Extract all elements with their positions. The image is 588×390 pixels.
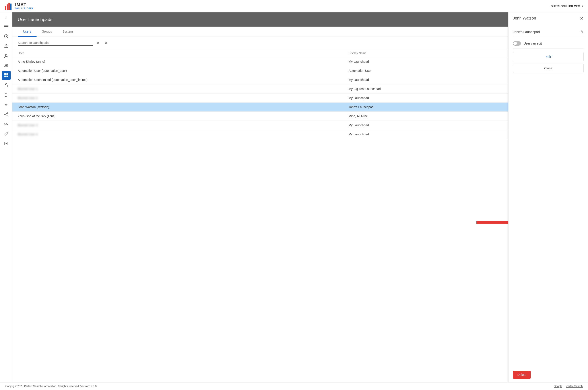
tab-groups[interactable]: Groups xyxy=(37,27,57,37)
search-input[interactable] xyxy=(18,40,93,46)
cell-user: Blurred User 1 xyxy=(12,84,343,94)
svg-rect-1 xyxy=(7,4,8,10)
sidebar-item-tasks[interactable] xyxy=(2,139,11,148)
cell-user: Blurred User 4 xyxy=(12,130,343,139)
table-row[interactable]: Anne Shirley (anne)My Launchpad xyxy=(12,57,588,66)
cell-display-name: My Launchpad xyxy=(343,57,519,66)
user-name: SHERLOCK HOLMES xyxy=(551,4,580,8)
code-icon: <> xyxy=(4,103,8,106)
sidebar-item-keys[interactable] xyxy=(2,120,11,129)
user-icon xyxy=(4,54,8,58)
cell-user: Automation User (automation_user) xyxy=(12,66,343,75)
svg-point-20 xyxy=(4,114,5,115)
sidebar: › {} <> xyxy=(0,12,12,382)
logo-area: IMAT SOLUTIONS xyxy=(4,2,33,11)
chevron-down-icon: ▼ xyxy=(581,5,584,7)
svg-rect-6 xyxy=(4,28,8,28)
clock-icon xyxy=(4,34,8,39)
toggle-row: User can edit xyxy=(513,39,584,49)
table-row[interactable]: John Watson (jwatson)John's Launchpad xyxy=(12,102,588,112)
sidebar-item-config[interactable]: {} xyxy=(2,90,11,99)
table-row[interactable]: Blurred User 1My Big Test Launchpad✓ xyxy=(12,84,588,94)
table-row[interactable]: Zeus God of the Sky (zeus)Mine, All Mine… xyxy=(12,112,588,121)
panel-title: John Watson xyxy=(513,16,536,21)
table-row[interactable]: Blurred User 3My Launchpad✓ xyxy=(12,121,588,130)
svg-point-24 xyxy=(5,123,6,125)
search-bar: ✕ ↺ xyxy=(12,37,588,49)
user-menu[interactable]: SHERLOCK HOLMES ▼ xyxy=(551,4,584,8)
footer-copyright: Copyright 2025 Perfect Search Corporatio… xyxy=(5,385,97,388)
share-icon xyxy=(4,112,8,117)
svg-rect-14 xyxy=(4,73,6,75)
cell-display-name: My Launchpad xyxy=(343,121,519,130)
panel-body: John's Launchpad ✎ User can edit Edit Cl… xyxy=(508,24,588,367)
cell-user: Anne Shirley (anne) xyxy=(12,57,343,66)
panel-edit-button[interactable]: Edit xyxy=(513,52,584,61)
search-clear-button[interactable]: ✕ xyxy=(96,40,100,46)
cell-user: Blurred User 2 xyxy=(12,94,343,102)
svg-line-23 xyxy=(5,115,7,115)
panel-clone-button[interactable]: Clone xyxy=(513,64,584,73)
panel-header: John Watson ✕ xyxy=(508,12,588,24)
svg-point-13 xyxy=(6,64,7,66)
svg-point-12 xyxy=(5,64,6,66)
svg-point-11 xyxy=(5,54,7,56)
tasks-icon xyxy=(4,141,8,146)
panel-delete-button[interactable]: Delete xyxy=(513,371,531,379)
sidebar-item-groups[interactable] xyxy=(2,61,11,70)
footer-link-google[interactable]: Google xyxy=(554,385,562,388)
top-header: IMAT SOLUTIONS SHERLOCK HOLMES ▼ xyxy=(0,0,588,12)
sidebar-item-launchpads[interactable] xyxy=(2,71,11,80)
svg-rect-16 xyxy=(4,76,6,77)
tabs-bar: Users Groups System xyxy=(12,27,588,37)
cell-user: John Watson (jwatson) xyxy=(12,102,343,112)
sidebar-item-tools[interactable] xyxy=(2,129,11,138)
svg-rect-2 xyxy=(8,3,10,10)
toggle-label: User can edit xyxy=(524,42,542,45)
column-display-name: Display Name xyxy=(343,49,519,57)
wrench-icon xyxy=(4,132,8,136)
table-row[interactable]: Blurred User 2My Launchpad✓ xyxy=(12,94,588,102)
sidebar-item-user[interactable] xyxy=(2,51,11,60)
groups-icon xyxy=(4,63,8,68)
cell-display-name: My Launchpad xyxy=(343,75,519,84)
footer-link-perfectsearch[interactable]: PerfectSearch xyxy=(566,385,583,388)
panel-edit-name-button[interactable]: ✎ xyxy=(581,30,584,34)
tab-users[interactable]: Users xyxy=(18,27,37,37)
sidebar-item-code[interactable]: <> xyxy=(2,100,11,109)
sidebar-item-history[interactable] xyxy=(2,32,11,41)
sidebar-item-security[interactable] xyxy=(2,81,11,90)
cell-display-name: Automation User xyxy=(343,66,519,75)
table-row[interactable]: Automation User (automation_user)Automat… xyxy=(12,66,588,75)
footer: Copyright 2025 Perfect Search Corporatio… xyxy=(0,382,588,390)
search-refresh-button[interactable]: ↺ xyxy=(104,40,109,46)
search-input-wrap xyxy=(18,40,93,46)
logo-imat: IMAT xyxy=(15,2,33,7)
svg-rect-3 xyxy=(10,3,11,10)
panel-close-button[interactable]: ✕ xyxy=(580,16,584,21)
svg-rect-17 xyxy=(6,76,8,77)
svg-point-21 xyxy=(7,115,8,116)
table-row[interactable]: Automation UserLimited (automation_user_… xyxy=(12,75,588,84)
logo-text: IMAT SOLUTIONS xyxy=(15,2,33,10)
cell-display-name: My Launchpad xyxy=(343,130,519,139)
footer-links: Google PerfectSearch xyxy=(554,385,583,388)
user-can-edit-toggle[interactable] xyxy=(513,41,521,46)
logo-solutions: SOLUTIONS xyxy=(15,7,33,10)
menu-icon xyxy=(4,24,8,29)
sidebar-item-share[interactable] xyxy=(2,110,11,119)
panel-footer: Delete xyxy=(508,367,588,382)
svg-rect-18 xyxy=(5,85,7,87)
sidebar-item-upload[interactable] xyxy=(2,42,11,50)
sidebar-item-menu[interactable] xyxy=(2,22,11,31)
braces-icon: {} xyxy=(4,93,8,97)
svg-rect-0 xyxy=(5,6,6,10)
table-row[interactable]: Blurred User 4My Launchpad✓ xyxy=(12,130,588,139)
cell-user: Blurred User 3 xyxy=(12,121,343,130)
svg-rect-10 xyxy=(4,48,8,48)
cell-display-name: John's Launchpad xyxy=(343,102,519,112)
upload-icon xyxy=(4,44,8,48)
tab-system[interactable]: System xyxy=(57,27,78,37)
page-title: User Launchpads xyxy=(18,17,52,22)
sidebar-collapse-button[interactable]: › xyxy=(2,14,11,21)
